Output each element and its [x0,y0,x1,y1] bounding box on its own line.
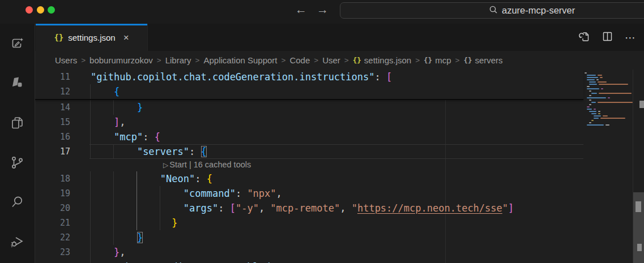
minimap-line [583,111,633,112]
search-sidebar-icon[interactable] [0,182,35,222]
code-line-21[interactable]: 21 } [35,215,583,230]
line-content: "Neon": { [91,171,212,186]
codelens-mcp-server[interactable]: ▷Start | 16 cached tools [35,159,583,171]
breadcrumb-item-code[interactable]: Code [289,55,310,65]
more-actions-icon[interactable]: ⋯ [625,31,636,44]
tab-label: settings.json [68,33,115,42]
command-center-search[interactable]: azure-mcp-server [340,2,644,19]
code-line-22[interactable]: 22 } [35,230,583,245]
minimap-line [583,115,633,117]
minimap-line [583,88,633,89]
minimap[interactable] [583,70,633,263]
minimap-line [583,109,633,110]
minimize-window-button[interactable] [37,6,44,14]
source-control-icon[interactable] [0,143,35,182]
code-editor[interactable]: 14 }15 ],16 "mcp": {17 "servers": {▷Star… [35,70,644,263]
object-symbol-icon: {} [424,56,432,64]
line-number: 16 [35,130,70,144]
close-tab-icon[interactable]: × [123,33,129,42]
start-play-icon: ▷ [163,161,168,169]
breadcrumb-label: Users [55,55,77,65]
line-number: 15 [35,115,70,130]
minimap-line [583,124,633,126]
code-lines: 14 }15 ],16 "mcp": {17 "servers": {▷Star… [35,100,583,263]
minimap-line [583,102,633,103]
traffic-lights [25,6,55,14]
breadcrumb-separator: > [195,56,200,64]
breadcrumb-item-library[interactable]: Library [165,55,191,65]
json-file-icon: {} [54,33,63,42]
breadcrumb-label: Library [165,55,191,65]
minimap-line [583,100,633,101]
line-number: 19 [35,186,70,201]
tab-settings-json[interactable]: {} settings.json × [36,24,148,51]
maximize-window-button[interactable] [48,6,55,14]
breadcrumb-separator: > [81,56,86,64]
code-line-16[interactable]: 16 "mcp": { [35,130,583,144]
minimap-line [583,97,633,98]
codelens-label: Start | 16 cached tools [169,160,251,169]
minimap-line [583,120,633,121]
line-content: { [91,84,120,99]
code-line-24[interactable]: 24 "chat.mcp.discovery.enabled": true [35,260,583,263]
minimap-line [583,75,633,76]
line-content: "github.copilot.chat.codeGeneration.inst… [91,70,392,84]
code-line-14[interactable]: 14 } [35,100,583,115]
tab-strip: {} settings.json × ⋯ [35,24,644,51]
breadcrumb-separator: > [415,56,420,64]
close-window-button[interactable] [25,6,33,14]
code-line-11[interactable]: 11"github.copilot.chat.codeGeneration.in… [35,70,583,84]
breadcrumb-label: Application Support [203,55,277,65]
copilot-edits-icon[interactable] [0,24,35,63]
explorer-icon[interactable] [0,103,35,143]
extension-logo-icon[interactable] [0,63,35,103]
breadcrumb-item-settings-json[interactable]: {}settings.json [353,55,411,65]
overview-ruler-mark [637,244,642,251]
search-icon [489,5,498,16]
code-line-15[interactable]: 15 ], [35,115,583,130]
breadcrumb-item-mcp[interactable]: {}mcp [424,55,451,65]
minimap-line [583,93,633,94]
line-content: "servers": { [91,144,207,159]
line-number: 12 [35,84,70,99]
vertical-scrollbar[interactable] [633,70,644,263]
breadcrumb-label: User [322,55,340,65]
breadcrumb-item-user[interactable]: User [322,55,340,65]
vscode-window: ← → azure-mcp-server [0,0,644,263]
line-number: 14 [35,100,70,115]
breadcrumb-label: settings.json [364,55,411,65]
line-content: } [91,100,143,115]
line-content: "mcp": { [91,130,160,144]
minimap-line [583,122,633,123]
line-content: ], [91,115,125,130]
breadcrumb-item-users[interactable]: Users [55,55,77,65]
breadcrumb-label: Code [289,55,310,65]
minimap-line [583,84,633,85]
line-content: "chat.mcp.discovery.enabled": true [91,260,311,263]
code-line-12[interactable]: 12 { [35,84,583,99]
breadcrumb-separator: > [455,56,459,64]
back-arrow-icon[interactable]: ← [295,3,307,16]
code-line-18[interactable]: 18 "Neon": { [35,171,583,186]
activity-bar [0,24,35,263]
minimap-line [583,104,633,105]
titlebar: ← → azure-mcp-server [0,0,644,24]
breadcrumb-item-boburumurzokov[interactable]: boburumurzokov [89,55,153,65]
minimap-line [583,81,633,83]
code-line-23[interactable]: 23 }, [35,245,583,260]
url-link[interactable]: https://mcp.neon.tech/sse [357,202,502,214]
sticky-scroll: 11"github.copilot.chat.codeGeneration.in… [35,70,583,100]
breadcrumb-item-servers[interactable]: {}servers [463,55,502,65]
code-line-19[interactable]: 19 "command": "npx", [35,186,583,201]
open-changes-icon[interactable] [578,31,590,45]
breadcrumb-item-application-support[interactable]: Application Support [203,55,277,65]
forward-arrow-icon[interactable]: → [317,3,329,16]
run-debug-icon[interactable] [0,222,35,261]
split-editor-icon[interactable] [602,31,613,44]
breadcrumb: Users>boburumurzokov>Library>Application… [35,51,644,70]
line-number: 23 [35,245,70,260]
code-line-20[interactable]: 20 "args": ["-y", "mcp-remote", "https:/… [35,201,583,215]
object-symbol-icon: {} [463,56,472,64]
minimap-line [583,77,633,78]
code-line-17[interactable]: 17 "servers": { [35,144,583,159]
